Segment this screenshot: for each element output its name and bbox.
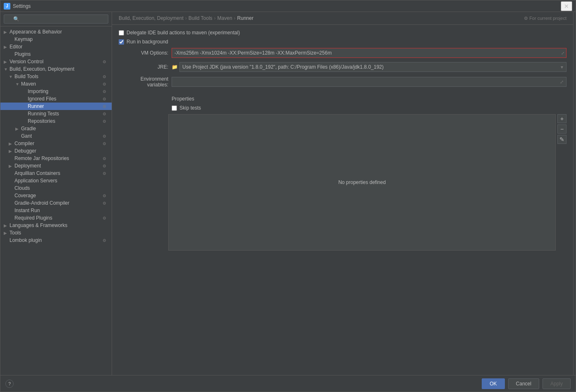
gear-icon: ⚙ <box>103 216 108 220</box>
sidebar-item-app-servers[interactable]: Application Servers <box>0 177 112 184</box>
sidebar-item-runner[interactable]: Runner ⚙ <box>0 103 112 110</box>
gear-icon: ⚙ <box>103 119 108 124</box>
breadcrumb-part-2: Build Tools <box>189 15 213 21</box>
expand-icon: ▶ <box>9 141 14 146</box>
sidebar-item-clouds[interactable]: Clouds <box>0 184 112 192</box>
breadcrumb-project-label: ⚙ For current project <box>524 16 566 21</box>
sidebar-item-remote-jar[interactable]: Remote Jar Repositories ⚙ <box>0 155 112 162</box>
sidebar-item-label: Gant <box>21 133 103 139</box>
search-input[interactable] <box>4 14 108 24</box>
expand-icon: ▶ <box>4 30 10 34</box>
add-property-button[interactable]: + <box>557 114 566 123</box>
gear-icon: ⚙ <box>103 82 108 86</box>
sidebar-item-build-tools[interactable]: ▼ Build Tools ⚙ <box>0 73 112 80</box>
main-content: Build, Execution, Deployment › Build Too… <box>112 12 573 375</box>
close-button[interactable]: ✕ <box>561 1 572 11</box>
sidebar-item-build-execution[interactable]: ▼ Build, Execution, Deployment <box>0 65 112 73</box>
gear-icon: ⚙ <box>103 60 108 64</box>
sidebar-item-appearance[interactable]: ▶ Appearance & Behavior <box>0 28 112 36</box>
skip-tests-checkbox[interactable] <box>172 105 177 111</box>
sidebar-item-plugins[interactable]: Plugins <box>0 50 112 58</box>
vm-options-expand-icon[interactable]: ⤢ <box>559 50 566 56</box>
main-layout: 🔍 ▶ Appearance & Behavior Keymap ▶ <box>0 12 576 375</box>
sidebar-item-label: Maven <box>21 81 103 87</box>
apply-button[interactable]: Apply <box>543 378 571 389</box>
breadcrumb-part-4: Runner <box>237 15 253 21</box>
properties-area-row: No properties defined + − ✎ <box>119 114 566 251</box>
expand-icon: ▶ <box>4 223 10 228</box>
remove-property-button[interactable]: − <box>557 124 566 134</box>
expand-icon: ▶ <box>15 127 21 131</box>
skip-tests-label[interactable]: Skip tests <box>172 105 201 111</box>
sidebar-item-label: Arquillian Containers <box>14 170 103 176</box>
sidebar-item-deployment[interactable]: ▶ Deployment ⚙ <box>0 162 112 170</box>
sidebar-item-version-control[interactable]: ▶ Version Control ⚙ <box>0 58 112 65</box>
help-button[interactable]: ? <box>5 380 14 388</box>
jre-label: JRE: <box>119 64 168 70</box>
vm-options-input[interactable] <box>172 48 559 57</box>
properties-section-label: Properties <box>172 96 194 102</box>
cancel-button[interactable]: Cancel <box>508 378 539 389</box>
sidebar-item-debugger[interactable]: ▶ Debugger <box>0 147 112 155</box>
sidebar-item-tools[interactable]: ▶ Tools <box>0 229 112 237</box>
run-background-text: Run in background <box>127 39 168 45</box>
run-background-label[interactable]: Run in background <box>119 39 168 45</box>
sidebar-item-gradle-android[interactable]: Gradle-Android Compiler ⚙ <box>0 199 112 207</box>
gear-icon: ⚙ <box>103 194 108 198</box>
sidebar-item-ignored-files[interactable]: Ignored Files ⚙ <box>0 95 112 103</box>
jre-row: JRE: 📁 Use Project JDK (java version "1.… <box>119 62 566 72</box>
delegate-ide-checkbox[interactable] <box>119 30 124 36</box>
sidebar-item-label: Editor <box>10 44 108 50</box>
sidebar-item-importing[interactable]: Importing ⚙ <box>0 88 112 95</box>
ok-button[interactable]: OK <box>482 378 504 389</box>
sidebar-item-label: Build Tools <box>14 74 103 79</box>
gear-icon: ⚙ <box>103 112 108 116</box>
breadcrumb-sep-1: › <box>185 15 187 21</box>
gear-icon: ⚙ <box>103 238 108 243</box>
edit-property-button[interactable]: ✎ <box>557 135 566 144</box>
sidebar-item-instant-run[interactable]: Instant Run <box>0 207 112 214</box>
env-input[interactable] <box>172 77 557 86</box>
sidebar-item-gant[interactable]: Gant ⚙ <box>0 132 112 140</box>
sidebar-item-lombok[interactable]: Lombok plugin ⚙ <box>0 237 112 244</box>
expand-icon: ▼ <box>15 82 21 86</box>
props-label-col <box>119 114 168 115</box>
skip-tests-text: Skip tests <box>179 105 201 111</box>
sidebar-item-coverage[interactable]: Coverage ⚙ <box>0 192 112 199</box>
sidebar-item-required-plugins[interactable]: Required Plugins ⚙ <box>0 214 112 222</box>
sidebar-item-label: Appearance & Behavior <box>10 29 108 35</box>
vm-options-row: VM Options: ⤢ <box>119 48 566 58</box>
delegate-ide-row: Delegate IDE build actions to maven (exp… <box>119 30 566 36</box>
sidebar-item-arquillian[interactable]: Arquillian Containers ⚙ <box>0 170 112 177</box>
sidebar-item-compiler[interactable]: ▶ Compiler ⚙ <box>0 140 112 147</box>
breadcrumb-part-3: Maven <box>217 15 232 21</box>
jre-select[interactable]: Use Project JDK (java version "1.8.0_192… <box>179 62 566 72</box>
sidebar-item-running-tests[interactable]: Running Tests ⚙ <box>0 110 112 117</box>
sidebar-item-languages[interactable]: ▶ Languages & Frameworks <box>0 222 112 229</box>
jre-icon: 📁 <box>172 64 178 70</box>
sidebar-item-label: Lombok plugin <box>10 237 103 243</box>
skip-tests-container: Skip tests <box>172 105 566 111</box>
gear-icon: ⚙ <box>103 171 108 176</box>
sidebar-item-keymap[interactable]: Keymap <box>0 36 112 43</box>
env-vars-row: Environment variables: ⤢ <box>119 76 566 88</box>
sidebar-item-gradle[interactable]: ▶ Gradle <box>0 125 112 132</box>
sidebar-item-maven[interactable]: ▼ Maven ⚙ <box>0 80 112 88</box>
properties-outer: Properties Skip tests No proper <box>119 92 566 251</box>
gear-icon: ⚙ <box>103 201 108 206</box>
sidebar-item-repositories[interactable]: Repositories ⚙ <box>0 117 112 125</box>
expand-icon: ▶ <box>4 60 10 64</box>
breadcrumb-part-1: Build, Execution, Deployment <box>119 15 184 21</box>
sidebar-item-label: Version Control <box>10 59 103 65</box>
env-expand-icon[interactable]: ⤢ <box>557 79 566 86</box>
search-box: 🔍 <box>0 12 112 26</box>
vm-options-input-wrap: ⤢ <box>172 48 566 58</box>
bottom-bar: ? OK Cancel Apply <box>0 375 576 392</box>
sidebar-item-editor[interactable]: ▶ Editor <box>0 43 112 50</box>
sidebar-tree: ▶ Appearance & Behavior Keymap ▶ Editor … <box>0 26 112 375</box>
settings-window: J Settings ✕ 🔍 ▶ Appearance & Behavior <box>0 0 576 392</box>
sidebar-item-label: Instant Run <box>14 208 108 213</box>
delegate-ide-label[interactable]: Delegate IDE build actions to maven (exp… <box>119 30 240 36</box>
sidebar: 🔍 ▶ Appearance & Behavior Keymap ▶ <box>0 12 112 375</box>
run-background-checkbox[interactable] <box>119 39 124 45</box>
